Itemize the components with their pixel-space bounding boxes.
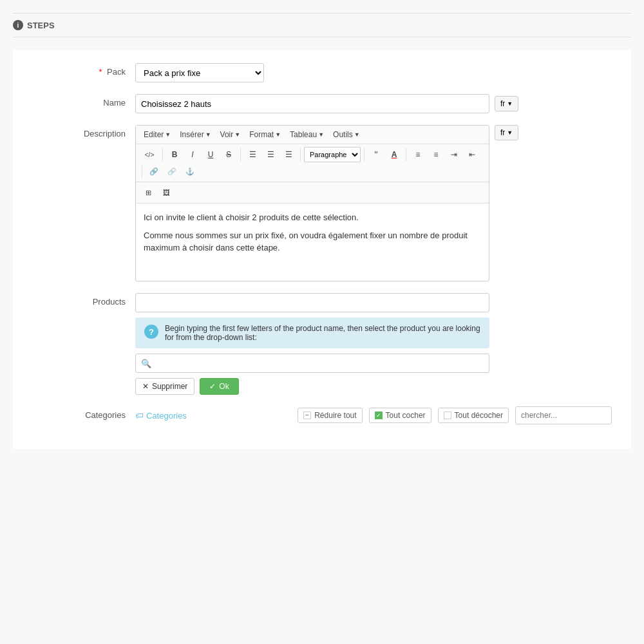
editor-content[interactable]: Ici on invite le client à choisir 2 prod… — [136, 204, 489, 281]
divider6 — [142, 165, 142, 178]
editor-wrapper: Editer ▼ Insérer ▼ Voir ▼ Format ▼ Table… — [135, 125, 489, 281]
editor-line1: Ici on invite le client à choisir 2 prod… — [144, 211, 481, 224]
reduire-tout-btn[interactable]: − Réduire tout — [298, 408, 362, 423]
categories-controls-row: 🏷 Categories − Réduire tout ✓ Tout coche… — [135, 406, 612, 424]
image-btn[interactable]: 🖼 — [158, 185, 175, 200]
description-row: Description Editer ▼ Insérer ▼ Voir ▼ Fo… — [32, 125, 612, 281]
align-center-btn[interactable]: ☰ — [262, 147, 279, 162]
steps-title: STEPS — [27, 21, 55, 30]
categories-control: 🏷 Categories − Réduire tout ✓ Tout coche… — [135, 406, 612, 424]
align-left-btn[interactable]: ☰ — [244, 147, 261, 162]
editor-menubar: Editer ▼ Insérer ▼ Voir ▼ Format ▼ Table… — [136, 126, 489, 144]
menu-tableau[interactable]: Tableau ▼ — [286, 128, 328, 141]
divider4 — [364, 148, 365, 161]
categories-link[interactable]: 🏷 Categories — [135, 411, 187, 421]
menu-outils[interactable]: Outils ▼ — [329, 128, 364, 141]
name-label: Name — [32, 94, 135, 108]
products-control: ? Begin typing the first few letters of … — [135, 293, 612, 395]
steps-header: i STEPS — [13, 13, 631, 37]
categories-wrapper: 🏷 Categories − Réduire tout ✓ Tout coche… — [135, 406, 612, 424]
products-search-row: 🔍 — [135, 354, 489, 373]
products-wrapper: ? Begin typing the first few letters of … — [135, 293, 612, 395]
anchor-btn[interactable]: ⚓ — [182, 164, 198, 179]
pack-required: * — [99, 67, 102, 77]
strikethrough-btn[interactable]: S — [220, 147, 237, 162]
ok-button[interactable]: ✓ Ok — [200, 378, 238, 395]
info-icon: i — [13, 20, 23, 30]
list-unordered-btn[interactable]: ≡ — [428, 147, 444, 162]
divider3 — [300, 148, 301, 161]
table-insert-btn[interactable]: ⊞ — [140, 185, 156, 200]
search-icon: 🔍 — [141, 359, 151, 368]
description-lang-btn[interactable]: fr ▼ — [495, 125, 518, 140]
delete-button[interactable]: ✕ Supprimer — [135, 378, 194, 395]
name-control: fr ▼ — [135, 94, 612, 113]
page-wrapper: i STEPS * Pack Pack a prix fixe Pack lib… — [0, 0, 644, 644]
pack-row: * Pack Pack a prix fixe Pack libre Pack … — [32, 63, 612, 82]
ok-check: ✓ — [209, 382, 216, 391]
products-label: Products — [32, 293, 135, 307]
quote-btn[interactable]: " — [368, 147, 384, 162]
menu-editer[interactable]: Editer ▼ — [140, 128, 175, 141]
code-btn[interactable]: </> — [140, 147, 159, 162]
action-buttons: ✕ Supprimer ✓ Ok — [135, 378, 612, 395]
unlink-btn[interactable]: 🔗 — [164, 164, 180, 179]
divider2 — [240, 148, 241, 161]
paragraph-select[interactable]: Paragraphe Titre 1 Titre 2 — [304, 147, 361, 162]
indent-btn[interactable]: ⇥ — [446, 147, 462, 162]
editor-line2: Comme nous sommes sur un prix fixé, on v… — [144, 229, 481, 254]
editor-toolbar-row2: ⊞ 🖼 — [136, 182, 489, 204]
products-info-box: ? Begin typing the first few letters of … — [135, 317, 489, 348]
menu-format[interactable]: Format ▼ — [245, 128, 285, 141]
name-row: Name fr ▼ — [32, 94, 612, 113]
menu-voir[interactable]: Voir ▼ — [216, 128, 245, 141]
categories-label: Categories — [32, 406, 135, 420]
description-control: Editer ▼ Insérer ▼ Voir ▼ Format ▼ Table… — [135, 125, 612, 281]
products-input[interactable] — [135, 293, 489, 312]
products-search-input[interactable] — [155, 359, 484, 368]
outdent-btn[interactable]: ⇤ — [464, 147, 480, 162]
products-info-icon: ? — [144, 325, 158, 339]
category-search-input[interactable] — [515, 406, 612, 424]
description-label: Description — [32, 125, 135, 138]
italic-btn[interactable]: I — [184, 147, 201, 162]
font-color-btn[interactable]: A — [386, 147, 402, 162]
form-section: * Pack Pack a prix fixe Pack libre Pack … — [13, 50, 631, 449]
products-row: Products ? Begin typing the first few le… — [32, 293, 612, 395]
align-right-btn[interactable]: ☰ — [280, 147, 297, 162]
underline-btn[interactable]: U — [202, 147, 219, 162]
name-lang-caret: ▼ — [507, 100, 513, 107]
desc-lang-caret: ▼ — [507, 129, 513, 136]
categories-row: Categories 🏷 Categories − Réduire tout — [32, 406, 612, 424]
pack-control: Pack a prix fixe Pack libre Pack parfait — [135, 63, 612, 82]
categories-tag-icon: 🏷 — [135, 411, 144, 421]
name-lang-btn[interactable]: fr ▼ — [495, 96, 518, 111]
pack-label: * Pack — [32, 63, 135, 77]
bold-btn[interactable]: B — [166, 147, 183, 162]
divider5 — [406, 148, 406, 161]
divider1 — [162, 148, 163, 161]
menu-inserer[interactable]: Insérer ▼ — [176, 128, 214, 141]
pack-select[interactable]: Pack a prix fixe Pack libre Pack parfait — [135, 63, 264, 82]
link-btn[interactable]: 🔗 — [146, 164, 162, 179]
tout-decocher-btn[interactable]: Tout décocher — [438, 408, 509, 423]
editor-toolbar-row1: </> B I U S ☰ ☰ ☰ Paragraphe Titre 1 — [136, 144, 489, 182]
delete-x: ✕ — [142, 382, 149, 391]
tout-cocher-btn[interactable]: ✓ Tout cocher — [369, 408, 431, 423]
products-hint-text: Begin typing the first few letters of th… — [165, 324, 480, 342]
name-input[interactable] — [135, 94, 489, 113]
list-ordered-btn[interactable]: ≡ — [410, 147, 426, 162]
